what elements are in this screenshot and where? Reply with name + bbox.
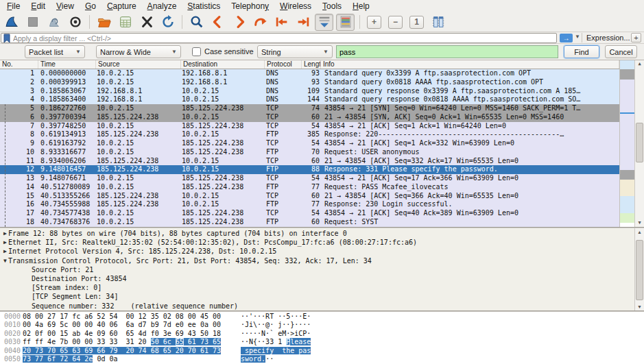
scrollbar-track[interactable] [635, 68, 644, 219]
ascii-run[interactable]: lease [290, 338, 311, 345]
packet-row[interactable]: 70.39774825010.0.2.15185.125.224.238TCP5… [0, 122, 619, 131]
packet-row[interactable]: 1540.513355266185.125.224.23810.0.2.15TC… [0, 192, 619, 201]
expand-icon[interactable]: ▶ [0, 247, 8, 256]
minimap-block[interactable] [620, 69, 634, 80]
find-type-dropdown[interactable]: String ▼ [257, 45, 333, 58]
zoom-original-button[interactable]: 1 [407, 14, 426, 31]
menu-file[interactable]: File [1, 0, 25, 12]
packet-row[interactable]: 129.148016457185.125.224.23810.0.2.15FTP… [0, 165, 619, 174]
packet-row[interactable]: 20.00039991310.0.2.15192.168.8.1DNS93Sta… [0, 78, 619, 87]
packet-row[interactable]: 90.61916379210.0.2.15185.125.224.238TCP5… [0, 139, 619, 148]
packet-row[interactable]: 80.619134913185.125.224.23810.0.2.15FTP3… [0, 130, 619, 139]
ascii-run[interactable]: sword. [241, 355, 265, 363]
ascii-run[interactable]: ··N{··33 1 [241, 338, 286, 345]
ascii-run[interactable]: ··'···RT ··5···E· [241, 313, 311, 320]
menu-go[interactable]: Go [80, 0, 102, 12]
go-forward-button[interactable] [230, 14, 248, 31]
reload-file-button[interactable] [158, 14, 177, 31]
close-file-button[interactable] [137, 14, 156, 31]
go-to-packet-button[interactable] [251, 14, 270, 31]
auto-scroll-button[interactable] [315, 14, 333, 31]
go-first-button[interactable] [272, 14, 291, 31]
expand-icon[interactable]: ▶ [0, 229, 8, 238]
find-charset-dropdown[interactable]: Narrow & Wide ▼ [96, 45, 181, 58]
hex-byte-run[interactable]: 61 73 65 [184, 338, 221, 345]
find-input[interactable] [336, 45, 558, 58]
scrollbar-track[interactable] [635, 236, 644, 303]
detail-line[interactable]: ▶Ethernet II, Src: RealtekU_12:35:02 (52… [0, 238, 634, 247]
column-header-info[interactable]: Info [321, 60, 619, 69]
packet-row[interactable]: 1740.73457743810.0.2.15185.125.224.238TC… [0, 209, 619, 218]
ascii-run[interactable]: ·Ji\··@· j··}···· [241, 321, 311, 328]
minimap-block[interactable] [620, 60, 634, 69]
detail-line[interactable]: [TCP Segment Len: 34] [0, 292, 634, 301]
save-file-button[interactable] [116, 14, 134, 31]
menu-edit[interactable]: Edit [25, 0, 51, 12]
hex-byte-run[interactable]: ff ff 4e 7b 00 00 33 33 31 20 [23, 338, 151, 345]
hex-row[interactable]: 001000 4a 69 5c 00 00 40 06 6a d7 b9 7d … [0, 321, 644, 329]
details-scrollbar[interactable]: ▲ ▼ [634, 228, 644, 311]
zoom-out-button[interactable]: − [386, 14, 405, 31]
zoom-in-button[interactable]: + [365, 14, 383, 31]
menu-help[interactable]: Help [347, 0, 375, 12]
hex-byte-run[interactable]: 73 77 6f 72 64 2e [23, 355, 93, 363]
menu-wireless[interactable]: Wireless [274, 0, 317, 12]
scrollbar-thumb[interactable] [636, 240, 643, 300]
hex-row[interactable]: 005073 77 6f 72 64 2e 0d 0asword.·· [0, 355, 644, 363]
go-last-button[interactable] [294, 14, 312, 31]
colorize-button[interactable] [336, 14, 355, 31]
expand-icon[interactable]: ▶ [0, 238, 8, 247]
detail-line[interactable]: ▼Transmission Control Protocol, Src Port… [0, 256, 634, 265]
packet-list-scrollbar[interactable]: ▲ ▼ [634, 60, 644, 227]
cancel-button[interactable]: Cancel [605, 45, 637, 58]
detail-line[interactable]: Sequence number: 332 (relative sequence … [0, 302, 634, 311]
packet-row[interactable]: 108.93331667710.0.2.15185.125.224.238FTP… [0, 148, 619, 157]
expression-button[interactable]: Expression... [586, 34, 630, 42]
column-header-source[interactable]: Source [96, 60, 181, 69]
go-back-button[interactable] [208, 14, 227, 31]
detail-line[interactable]: Destination Port: 43854 [0, 274, 634, 283]
scroll-up-icon[interactable]: ▲ [637, 228, 642, 236]
scroll-down-icon[interactable]: ▼ [637, 303, 642, 311]
case-sensitive-checkbox[interactable] [192, 47, 201, 56]
hex-row[interactable]: 004020 73 70 65 63 69 66 79 20 74 68 65 … [0, 347, 644, 355]
scroll-down-icon[interactable]: ▼ [638, 219, 641, 227]
packet-row[interactable]: 139.14807667110.0.2.15185.125.224.238TCP… [0, 174, 619, 183]
column-header-length[interactable]: Length [302, 60, 321, 69]
minimap-block[interactable] [620, 80, 634, 112]
ascii-run[interactable]: ·····N·` eM·>iCP· [241, 330, 311, 337]
detail-line[interactable]: [Stream index: 0] [0, 283, 634, 292]
packet-row[interactable]: 118.934006206185.125.224.23810.0.2.15TCP… [0, 157, 619, 166]
menu-tools[interactable]: Tools [317, 0, 347, 12]
filter-history-caret-icon[interactable]: ▼ [575, 34, 580, 40]
menu-analyze[interactable]: Analyze [142, 0, 182, 12]
column-header-time[interactable]: Time [38, 60, 96, 69]
add-filter-button[interactable]: + [631, 33, 641, 43]
hex-row[interactable]: 000008 00 27 17 fc a6 52 54 00 12 35 02 … [0, 313, 644, 321]
column-header-protocol[interactable]: Protocol [265, 60, 302, 69]
packet-row[interactable]: 1640.734555988185.125.224.23810.0.2.15FT… [0, 200, 619, 209]
display-filter-input[interactable] [13, 34, 556, 43]
find-button[interactable]: Find [564, 45, 599, 58]
minimap-block[interactable] [620, 170, 634, 180]
hex-byte-run[interactable]: 08 00 27 17 fc a6 52 54 00 12 35 02 08 0… [23, 313, 221, 320]
detail-line[interactable]: ▶Frame 12: 88 bytes on wire (704 bits), … [0, 229, 634, 238]
menu-telephony[interactable]: Telephony [226, 0, 274, 12]
intelligent-scrollbar[interactable] [619, 60, 634, 227]
hex-row[interactable]: 0030ff ff 4e 7b 00 00 33 33 31 20 50 6c … [0, 338, 644, 346]
packet-row[interactable]: 50.18627276010.0.2.15185.125.224.238TCP7… [0, 104, 619, 113]
column-header-no[interactable]: No. [0, 60, 38, 69]
packet-row[interactable]: 40.185863400192.168.8.110.0.2.15DNS144St… [0, 95, 619, 104]
minimap-block[interactable] [620, 196, 634, 213]
minimap-block[interactable] [620, 114, 634, 170]
menu-view[interactable]: View [51, 0, 80, 12]
ascii-run[interactable]: ·· [265, 355, 274, 363]
find-scope-dropdown[interactable]: Packet list ▼ [25, 45, 85, 58]
packet-row[interactable]: 1840.73476837610.0.2.15185.125.224.238FT… [0, 218, 619, 227]
hex-byte-run[interactable]: 65 [176, 338, 184, 345]
stop-capture-button[interactable] [23, 14, 42, 31]
hex-byte-run[interactable]: 00 4a 69 5c 00 00 40 06 6a d7 b9 7d e0 e… [23, 321, 221, 328]
resize-columns-button[interactable] [429, 14, 447, 31]
menu-capture[interactable]: Capture [102, 0, 142, 12]
bookmark-icon[interactable] [3, 34, 10, 43]
